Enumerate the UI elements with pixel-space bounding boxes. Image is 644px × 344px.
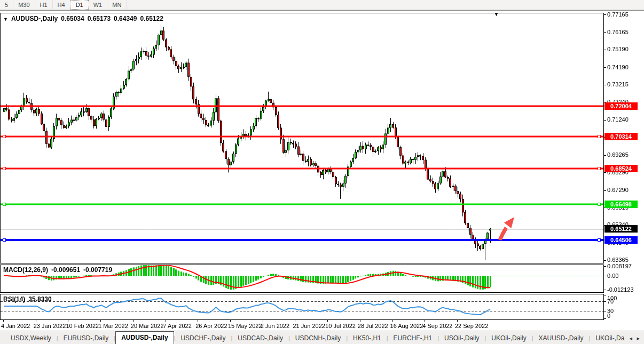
date-axis-label: 10 Jul 2022	[325, 323, 356, 329]
price-level-tag: 0.64506	[604, 236, 638, 244]
date-axis-label: 2 Jun 2022	[261, 323, 289, 329]
date-axis-label: 10 Feb 2022	[66, 323, 99, 329]
tab-xauusd-daily[interactable]: XAUUSD-,Daily	[533, 333, 589, 344]
macd-main-value: -0.009651	[51, 266, 80, 274]
ohlc-high: 0.65173	[88, 15, 111, 22]
chart-window: ▼AUDUSD-,Daily0.650340.651730.643490.651…	[0, 10, 644, 331]
date-axis-label: 28 Jul 2022	[358, 323, 388, 329]
ohlc-low: 0.64349	[114, 15, 137, 22]
tab-eurchf-h1[interactable]: EURCHF-,H1	[388, 333, 438, 344]
tab-ukoil-da[interactable]: UKOil-,Da	[590, 333, 630, 344]
timeframe-button-h1[interactable]: H1	[35, 1, 53, 9]
mt4-application: { "toolbar":{"timeframes":[ {"label":"5"…	[0, 0, 644, 344]
timeframe-toolbar: 5M30H1H4D1W1MN	[0, 0, 644, 10]
date-axis-label: 23 Jan 2022	[34, 323, 66, 329]
macd-signal-value: -0.007719	[83, 266, 112, 274]
rsi-axis-tick: 0	[607, 313, 610, 319]
timeframe-button-m30[interactable]: M30	[13, 1, 35, 9]
price-axis[interactable]: 0.771650.761650.751900.741900.732150.722…	[604, 11, 644, 331]
date-axis-label: 16 Aug 2022	[390, 323, 423, 329]
price-axis-tick: 0.77165	[607, 11, 629, 18]
date-axis-label: 4 Sep 2022	[422, 323, 452, 329]
current-price-tag: 0.65122	[604, 225, 638, 233]
date-axis-label: 22 Sep 2022	[455, 323, 488, 329]
macd-axis-tick: 0.00	[607, 273, 618, 279]
macd-axis-tick: 0.008197	[607, 263, 632, 270]
tab-usdx-weekly[interactable]: USDX,Weekly	[5, 333, 57, 344]
tab-scroll-right-icon[interactable]: ▸	[637, 335, 640, 342]
date-axis-label: 26 Apr 2022	[195, 323, 227, 329]
timeframe-button-h4[interactable]: H4	[53, 1, 70, 9]
tab-ukoil-daily[interactable]: UKOil-,Daily	[486, 333, 531, 344]
arrow-head	[504, 217, 514, 228]
date-axis-label: 15 May 2022	[228, 323, 262, 329]
price-axis-tick: 0.75190	[607, 46, 629, 53]
timeframe-button-5[interactable]: 5	[0, 1, 13, 9]
tab-scroll-left-icon[interactable]: ◂	[629, 335, 632, 342]
macd-axis-tick: -0.012123	[607, 286, 634, 293]
chart-canvas[interactable]	[0, 11, 644, 331]
tab-hk50-h1[interactable]: HK50-,H1	[348, 333, 387, 344]
arrow-tail	[500, 228, 506, 240]
price-axis-tick: 0.73215	[607, 81, 629, 88]
date-axis-label: 1 Mar 2022	[98, 323, 128, 329]
price-axis-tick: 0.76165	[607, 29, 629, 36]
date-axis-label: 4 Jan 2022	[1, 323, 30, 329]
ohlc-close: 0.65122	[140, 15, 163, 22]
price-level-tag: 0.72004	[604, 102, 638, 110]
chart-shift-marker-icon[interactable]: ▼	[494, 12, 499, 17]
rsi-axis-tick: 70	[607, 298, 614, 305]
price-axis-tick: 0.74190	[607, 64, 629, 71]
price-level-tag: 0.70314	[604, 133, 638, 140]
chart-dropdown-icon[interactable]: ▼	[3, 17, 8, 22]
tab-audusd-daily[interactable]: AUDUSD-,Daily	[115, 331, 174, 344]
trend-arrow-annotation[interactable]	[494, 213, 518, 243]
macd-name: MACD(12,26,9)	[3, 266, 48, 274]
date-axis[interactable]: 4 Jan 202223 Jan 202210 Feb 20221 Mar 20…	[0, 320, 604, 331]
macd-label: MACD(12,26,9)-0.009651-0.007719	[3, 266, 115, 274]
rsi-label: RSI(14)35.8330	[3, 295, 55, 303]
tab-usdcnh-daily[interactable]: USDCNH-,Daily	[290, 333, 346, 344]
rsi-value: 35.8330	[28, 295, 51, 303]
ohlc-open: 0.65034	[61, 15, 84, 22]
chart-symbol-label: AUDUSD-,Daily	[11, 15, 58, 22]
timeframe-button-d1[interactable]: D1	[70, 0, 89, 10]
timeframe-button-mn[interactable]: MN	[107, 1, 127, 9]
timeframe-button-w1[interactable]: W1	[89, 1, 108, 9]
date-axis-label: 20 Mar 2022	[131, 323, 164, 329]
price-level-tag: 0.68524	[604, 165, 638, 172]
tab-bar: USDX,Weekly|EURUSD-,Daily|AUDUSD-,Daily|…	[0, 331, 644, 344]
price-axis-tick: 0.67290	[607, 187, 629, 194]
date-axis-label: 21 Jun 2022	[293, 323, 325, 329]
date-axis-label: 7 Apr 2022	[163, 323, 192, 329]
price-axis-tick: 0.71240	[607, 116, 629, 123]
price-level-tag: 0.66498	[604, 201, 638, 208]
tab-usdcad-daily[interactable]: USDCAD-,Daily	[232, 333, 288, 344]
rsi-name: RSI(14)	[3, 295, 25, 303]
tab-usdchf-daily[interactable]: USDCHF-,Daily	[175, 333, 231, 344]
chart-title: ▼AUDUSD-,Daily0.650340.651730.643490.651…	[3, 15, 167, 22]
price-axis-tick: 0.69265	[607, 151, 629, 158]
tab-usoil-daily[interactable]: USOil-,Daily	[439, 333, 484, 344]
tab-eurusd-daily[interactable]: EURUSD-,Daily	[58, 333, 114, 344]
